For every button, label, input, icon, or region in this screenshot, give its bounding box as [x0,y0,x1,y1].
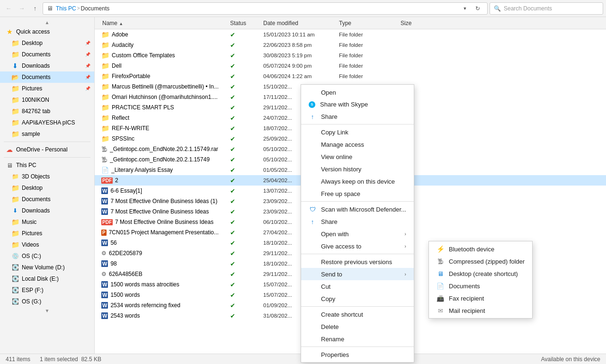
sidebar-item-downloads[interactable]: ⬇ Downloads 📌 [0,60,94,71]
sidebar-item-3d[interactable]: 📁 3D Objects [0,171,94,182]
col-size-header[interactable]: Size [397,20,435,27]
ctx-open[interactable]: Open [301,86,414,98]
table-row[interactable]: 📁 Custom Office Templates ✔ 30/08/2023 5… [95,50,606,61]
ctx-give-access[interactable]: Give access to › [301,240,414,252]
sidebar-item-local-disk[interactable]: 💽 Local Disk (E:) [0,273,94,284]
sendto-mail[interactable]: ✉ Mail recipient [429,304,532,317]
ctx-version-history[interactable]: Version history [301,163,414,175]
delete-icon [309,323,316,330]
col-status-header[interactable]: Status [226,20,259,27]
breadcrumb-this-pc[interactable]: This PC [56,5,76,12]
sidebar-item-documents-qa[interactable]: 📁 Documents 📌 [0,49,94,60]
up-button[interactable]: ↑ [29,3,41,14]
ctx-share[interactable]: ↑ Share [301,110,414,123]
ctx-always-keep[interactable]: Always keep on this device [301,175,414,187]
address-dropdown-button[interactable]: ▼ [459,3,471,14]
file-name: 7CN015 Project Management Presentatio... [109,229,219,236]
sidebar-item-desktop-pc[interactable]: 📁 Desktop [0,182,94,194]
sidebar-item-os-c[interactable]: 💿 OS (C:) [0,250,94,262]
cell-status: ✔ [226,219,259,226]
table-row[interactable]: 📁 Adobe ✔ 15/01/2023 10:11 am File folde… [95,29,606,40]
pin-icon: 📌 [85,41,90,45]
sidebar-item-sample[interactable]: 📁 sample [0,128,94,140]
ctx-delete[interactable]: Delete [301,320,414,333]
sidebar-item-videos[interactable]: 📁 Videos [0,239,94,250]
ctx-cut[interactable]: Cut [301,280,414,293]
sidebar-item-100nikon[interactable]: 📁 100NIKON [0,94,94,106]
sidebar-item-new-volume[interactable]: 💽 New Volume (D:) [0,262,94,273]
sidebar-item-downloads-pc[interactable]: ⬇ Downloads [0,205,94,216]
sidebar-item-pictures[interactable]: 📁 Pictures 📌 [0,83,94,94]
folder-icon: ⬇ [11,207,19,214]
folder-icon: 📁 [11,51,19,58]
file-name: FirefoxPortable [112,73,150,80]
ctx-properties[interactable]: Properties [301,348,414,361]
ctx-sep-2 [301,201,414,202]
sendto-fax[interactable]: 📠 Fax recipient [429,292,532,304]
cell-status: ✔ [226,146,259,153]
cell-status: ✔ [226,94,259,101]
sidebar-item-aapi[interactable]: 📁 AAPI&AYESHA pICS [0,117,94,128]
sidebar-scroll-up[interactable]: ▲ [0,19,94,26]
sidebar-item-pictures-pc[interactable]: 📁 Pictures [0,228,94,239]
skype-icon: S [309,101,315,108]
ctx-copy-link[interactable]: Copy Link [301,126,414,138]
cell-status: ✔ [226,240,259,247]
ctx-rename[interactable]: Rename [301,333,414,345]
file-name: _Literary Analysis Essay [111,167,173,173]
sidebar-item-onedrive[interactable]: ☁ OneDrive - Personal [0,144,94,155]
cell-status: ✔ [226,208,259,215]
col-name-header[interactable]: Name ▲ [98,20,226,27]
onedrive-icon: ☁ [6,146,13,153]
sidebar-item-documents-active[interactable]: 📂 Documents 📌 [0,71,94,83]
chevron-right-icon: › [405,272,406,277]
sendto-documents[interactable]: 📄 Documents [429,280,532,292]
breadcrumb-documents[interactable]: Documents [81,5,110,12]
status-icon: ✔ [230,187,235,195]
sendto-bluetooth[interactable]: ⚡ Bluetooth device [429,243,532,255]
ctx-manage-access[interactable]: Manage access [301,138,414,151]
address-bar[interactable]: 🖥 This PC > Documents ▼ ↻ [43,2,488,15]
sidebar-item-os-g[interactable]: 💽 OS (G:) [0,296,94,307]
sendto-desktop-shortcut[interactable]: 🖥 Desktop (create shortcut) [429,267,532,280]
ctx-restore-versions[interactable]: Restore previous versions [301,256,414,268]
back-button[interactable]: ← [3,3,14,14]
ctx-copy[interactable]: Copy [301,293,414,305]
sidebar-item-documents-pc[interactable]: 📁 Documents [0,194,94,205]
sidebar-item-esp[interactable]: 💽 ESP (F:) [0,284,94,296]
cell-status: ✔ [226,250,259,257]
ctx-share-skype[interactable]: S Share with Skype [301,98,414,110]
cell-type: File folder [335,32,397,37]
col-type-header[interactable]: Type [335,20,397,27]
status-icon: ✔ [230,271,235,278]
file-name: 2534 words referncing fixed [110,302,180,309]
ctx-open-with[interactable]: Open with › [301,228,414,240]
ctx-scan-defender[interactable]: 🛡 Scan with Microsoft Defender... [301,203,414,215]
ctx-share2[interactable]: ↑ Share [301,215,414,228]
sidebar-item-this-pc[interactable]: 🖥 This PC [0,160,94,171]
table-row[interactable]: 📁 Audacity ✔ 22/06/2023 8:58 pm File fol… [95,40,606,50]
address-refresh-button[interactable]: ↻ [472,3,483,14]
share-icon: ↑ [309,113,316,120]
ctx-create-shortcut[interactable]: Create shortcut [301,308,414,320]
search-bar[interactable]: 🔍 Search Documents [490,2,603,15]
sidebar-scroll-down[interactable]: ▼ [0,307,94,314]
table-row[interactable]: 📁 FirefoxPortable ✔ 04/06/2024 1:22 am F… [95,71,606,81]
sidebar-item-842762[interactable]: 📁 842762 tab [0,106,94,117]
sidebar-item-music[interactable]: 📁 Music [0,216,94,228]
cell-name: 📁 FirefoxPortable [98,72,226,80]
folder-icon: 📁 [11,184,19,192]
sidebar-item-desktop[interactable]: 📁 Desktop 📌 [0,37,94,49]
forward-button[interactable]: → [16,3,27,14]
col-date-header[interactable]: Date modified [259,20,335,27]
ctx-view-online[interactable]: View online [301,151,414,163]
sidebar-item-quick-access[interactable]: ★ Quick access [0,26,94,37]
search-placeholder: Search Documents [504,5,552,12]
ctx-free-up-space[interactable]: Free up space [301,187,414,200]
sendto-compressed[interactable]: 🗜 Compressed (zipped) folder [429,255,532,267]
sidebar-divider-2 [4,157,90,158]
ctx-send-to[interactable]: Send to › [301,268,414,280]
pin-icon: 📌 [85,75,90,80]
file-name: Marcus Bettinelli (@marcusbettinelli) • … [112,83,219,90]
table-row[interactable]: 📁 Dell ✔ 05/07/2024 9:00 pm File folder [95,61,606,71]
